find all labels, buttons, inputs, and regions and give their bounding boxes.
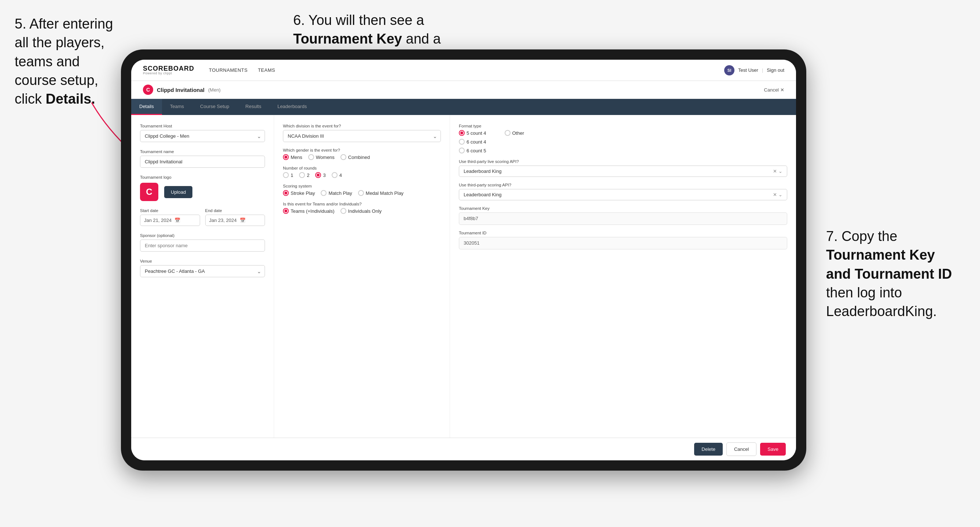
api2-field: Use third-party scoring API? Leaderboard… xyxy=(459,183,787,200)
gender-womens[interactable]: Womens xyxy=(308,154,335,160)
individuals-only-radio xyxy=(340,208,346,214)
date-row: Start date Jan 21, 2024 📅 End date Jan 2… xyxy=(140,208,265,226)
nav-tournaments[interactable]: TOURNAMENTS xyxy=(209,67,248,73)
gender-mens-label: Mens xyxy=(291,154,302,160)
tournament-host-value: Clippd College - Men xyxy=(145,133,189,139)
format-grid: 5 count 4 Other 6 count 4 xyxy=(459,130,787,154)
gender-combined[interactable]: Combined xyxy=(340,154,370,160)
venue-field: Venue Peachtree GC - Atlanta - GA xyxy=(140,259,265,277)
tournament-id-field: Tournament ID 302051 xyxy=(459,231,787,249)
rounds-field: Number of rounds 1 2 3 xyxy=(283,166,441,178)
cancel-icon: ✕ xyxy=(780,87,784,93)
scoring-medal-match[interactable]: Medal Match Play xyxy=(358,190,404,196)
rounds-1-radio xyxy=(283,172,289,178)
format-6count5[interactable]: 6 count 5 xyxy=(459,148,486,154)
teams-plus-radio xyxy=(283,208,289,214)
main-content: Tournament Host Clippd College - Men Tou… xyxy=(131,115,796,438)
annotation-left: 5. After entering all the players, teams… xyxy=(15,15,117,108)
format-6count5-label: 6 count 5 xyxy=(466,148,486,154)
cancel-label: Cancel xyxy=(764,87,779,93)
format-6count4[interactable]: 6 count 4 xyxy=(459,139,486,144)
end-date-input[interactable]: Jan 23, 2024 📅 xyxy=(205,214,265,226)
api2-input[interactable]: Leaderboard King ✕ ⌄ xyxy=(459,189,787,200)
scoring-stroke[interactable]: Stroke Play xyxy=(283,190,315,196)
rounds-3[interactable]: 3 xyxy=(315,172,325,178)
tournament-logo: C xyxy=(143,84,153,95)
sponsor-input[interactable] xyxy=(140,240,265,252)
tournament-name-input[interactable] xyxy=(140,156,265,168)
format-other[interactable]: Other xyxy=(505,130,525,136)
left-column: Tournament Host Clippd College - Men Tou… xyxy=(131,115,274,438)
rounds-radio-group: 1 2 3 4 xyxy=(283,172,441,178)
rounds-3-radio xyxy=(315,172,321,178)
mid-column: Which division is the event for? NCAA Di… xyxy=(274,115,450,438)
cancel-button[interactable]: Cancel ✕ xyxy=(764,87,784,93)
annotation-key-bold: Tournament Key xyxy=(293,31,402,46)
end-date-value: Jan 23, 2024 xyxy=(209,217,237,223)
upload-button[interactable]: Upload xyxy=(164,186,192,198)
save-button[interactable]: Save xyxy=(760,443,786,456)
app-logo: SCOREBOARD Powered by clippt xyxy=(143,65,194,75)
gender-mens[interactable]: Mens xyxy=(283,154,302,160)
rounds-2[interactable]: 2 xyxy=(299,172,309,178)
rounds-label: Number of rounds xyxy=(283,166,441,170)
individuals-only[interactable]: Individuals Only xyxy=(340,208,382,214)
rounds-3-label: 3 xyxy=(323,173,325,178)
end-date-field: End date Jan 23, 2024 📅 xyxy=(205,208,265,226)
venue-label: Venue xyxy=(140,259,265,264)
format-6count4-radio xyxy=(459,139,465,144)
scoring-match-radio xyxy=(321,190,326,196)
gender-womens-label: Womens xyxy=(316,154,335,160)
sponsor-field: Sponsor (optional) xyxy=(140,233,265,252)
format-5count4[interactable]: 5 count 4 xyxy=(459,130,486,136)
tournament-host-select-wrapper: Clippd College - Men xyxy=(140,130,265,142)
logo-upload-area: C Upload xyxy=(140,183,265,201)
user-name: Test User xyxy=(738,67,758,73)
user-avatar: SI xyxy=(724,65,735,75)
main-nav: TOURNAMENTS TEAMS xyxy=(209,67,275,73)
division-select[interactable]: NCAA Division III xyxy=(283,130,441,142)
start-date-value: Jan 21, 2024 xyxy=(144,217,172,223)
start-date-input[interactable]: Jan 21, 2024 📅 xyxy=(140,214,200,226)
right-column: Format type 5 count 4 Other xyxy=(450,115,796,438)
gender-combined-radio xyxy=(340,154,346,160)
rounds-4[interactable]: 4 xyxy=(332,172,342,178)
start-date-label: Start date xyxy=(140,208,200,213)
start-date-calendar-icon: 📅 xyxy=(175,217,180,223)
teams-plus-label: Teams (+Individuals) xyxy=(291,208,335,214)
tournament-host-select[interactable]: Clippd College - Men xyxy=(140,130,265,142)
app-header: SCOREBOARD Powered by clippt TOURNAMENTS… xyxy=(131,60,796,81)
tournament-logo-label: Tournament logo xyxy=(140,175,265,179)
tab-course-setup[interactable]: Course Setup xyxy=(192,99,237,115)
api1-value: Leaderboard King xyxy=(464,168,501,174)
rounds-4-label: 4 xyxy=(339,173,342,178)
teams-radio-group: Teams (+Individuals) Individuals Only xyxy=(283,208,441,214)
format-6count5-radio xyxy=(459,148,465,154)
gender-mens-radio xyxy=(283,154,289,160)
format-row-2: 6 count 4 xyxy=(459,139,787,144)
tab-details[interactable]: Details xyxy=(131,99,162,115)
api1-field: Use third-party live scoring API? Leader… xyxy=(459,159,787,177)
sign-out-link[interactable]: Sign out xyxy=(767,67,784,73)
nav-teams[interactable]: TEAMS xyxy=(258,67,275,73)
teams-plus-individuals[interactable]: Teams (+Individuals) xyxy=(283,208,335,214)
tablet-frame: SCOREBOARD Powered by clippt TOURNAMENTS… xyxy=(121,49,806,471)
tournament-logo-field: Tournament logo C Upload xyxy=(140,175,265,201)
scoring-match[interactable]: Match Play xyxy=(321,190,352,196)
api1-clear-btn[interactable]: ✕ ⌄ xyxy=(773,168,783,174)
tab-results[interactable]: Results xyxy=(237,99,269,115)
tab-leaderboards[interactable]: Leaderboards xyxy=(269,99,315,115)
format-5count4-label: 5 count 4 xyxy=(466,130,486,136)
api2-clear-btn[interactable]: ✕ ⌄ xyxy=(773,192,783,197)
tournament-key-value: b4f8b7 xyxy=(459,213,787,225)
tab-teams[interactable]: Teams xyxy=(162,99,192,115)
api1-input[interactable]: Leaderboard King ✕ ⌄ xyxy=(459,165,787,177)
cancel-bottom-button[interactable]: Cancel xyxy=(726,443,756,456)
gender-field: Which gender is the event for? Mens Wome… xyxy=(283,148,441,160)
scoring-stroke-label: Stroke Play xyxy=(291,190,315,196)
tournament-name: Clippd Invitational xyxy=(157,87,205,93)
rounds-1[interactable]: 1 xyxy=(283,172,293,178)
delete-button[interactable]: Delete xyxy=(694,443,723,456)
venue-select[interactable]: Peachtree GC - Atlanta - GA xyxy=(140,265,265,277)
format-row-1: 5 count 4 Other xyxy=(459,130,787,136)
